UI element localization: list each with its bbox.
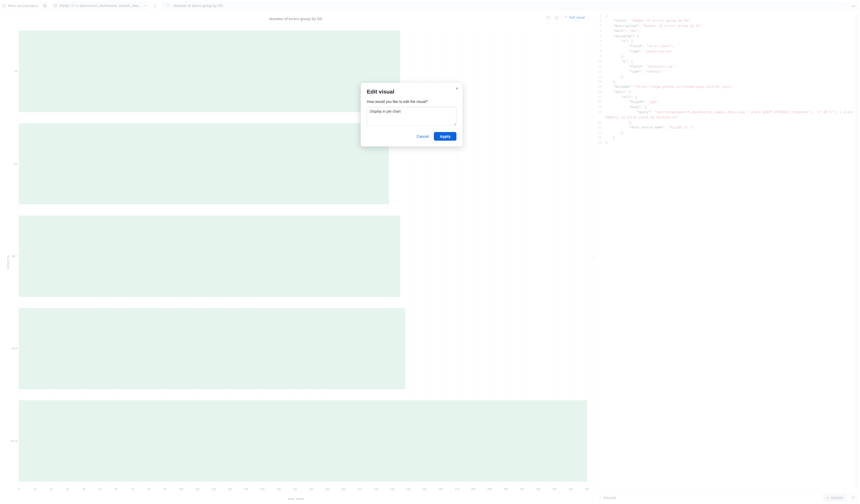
code-text: "encoding": { xyxy=(605,34,859,39)
code-text: { xyxy=(605,14,859,19)
x-tick: 290 xyxy=(487,488,492,491)
code-line: 9 }, xyxy=(593,54,859,59)
svg-point-1 xyxy=(54,4,57,5)
x-tick: 260 xyxy=(439,488,443,491)
code-pane: 1{2 "title": "Number of errors group by … xyxy=(593,12,860,504)
code-text: } xyxy=(605,135,859,140)
bar xyxy=(19,216,400,297)
line-number: 9 xyxy=(593,54,605,59)
cancel-button[interactable]: Cancel xyxy=(415,132,430,140)
x-tick: 30 xyxy=(66,488,69,491)
x-tick: 190 xyxy=(325,488,329,491)
x-tick: 20 xyxy=(50,488,53,491)
refresh-datasource-button[interactable] xyxy=(151,2,159,10)
x-tick: 60 xyxy=(115,488,118,491)
y-tick: win 8 xyxy=(9,347,18,350)
x-tick: 130 xyxy=(228,488,232,491)
modal-question: How would you like to edit the visual? xyxy=(367,100,457,104)
discard-button[interactable]: Discard xyxy=(596,494,618,501)
pane-splitter[interactable]: || xyxy=(593,256,593,260)
line-number: 15 xyxy=(593,85,605,90)
code-line: 22 "data_source_name": "Olly@2.17.1" xyxy=(593,125,859,130)
page-title-text: New visualization xyxy=(8,3,38,8)
code-line: 5 "encoding": { xyxy=(593,34,859,39)
bar xyxy=(19,31,400,112)
line-number: 19 xyxy=(593,105,605,110)
code-line: 12 "type": "nominal" xyxy=(593,69,859,74)
line-number: 21 xyxy=(593,120,605,125)
code-line: 25} xyxy=(593,140,859,145)
update-button[interactable]: Update xyxy=(822,493,847,502)
line-number: 11 xyxy=(593,64,605,69)
close-icon xyxy=(599,496,602,499)
x-tick: 220 xyxy=(374,488,378,491)
modal-close-button[interactable] xyxy=(454,85,460,92)
refresh-code-button[interactable] xyxy=(849,493,857,502)
thumbs-up-button[interactable] xyxy=(546,15,551,20)
code-text: "data": { xyxy=(605,90,859,95)
x-tick: 180 xyxy=(309,488,313,491)
chart-area: machine\.os iososxwin 7win 8win xp 01020… xyxy=(1,24,591,501)
y-tick: win xp xyxy=(9,440,18,443)
y-tick: ios xyxy=(9,70,18,73)
x-axis: 0102030405060708090100110120130140150160… xyxy=(19,488,587,495)
x-tick: 70 xyxy=(131,488,134,491)
chart-title: Number of errors group by OS xyxy=(269,17,322,21)
x-tick: 170 xyxy=(292,488,297,491)
code-line: 20 "query": "source=opensearch_dashboard… xyxy=(593,110,859,120)
x-tick: 80 xyxy=(147,488,150,491)
code-text: }, xyxy=(605,120,859,125)
y-tick: win 7 xyxy=(9,255,18,258)
plot-area xyxy=(19,25,587,487)
x-tick: 350 xyxy=(585,488,589,491)
clock-icon xyxy=(2,4,6,8)
modal-textarea[interactable]: Display in pie chart xyxy=(367,107,457,126)
code-text: "title": "Number of errors group by OS", xyxy=(605,19,859,24)
thumbs-down-button[interactable] xyxy=(554,15,559,20)
database-icon xyxy=(54,4,57,8)
line-number: 18 xyxy=(593,100,605,105)
query-input-wrap[interactable]: Number of errors group by OS xyxy=(161,2,847,10)
code-line: 21 }, xyxy=(593,120,859,125)
gridline xyxy=(587,25,587,487)
minimap[interactable] xyxy=(855,14,859,488)
chevron-down-icon: ▾ xyxy=(145,4,146,7)
edit-visual-modal: Edit visual How would you like to edit t… xyxy=(361,83,463,146)
code-text: }, xyxy=(605,80,859,85)
code-text: "field": "machine\\.os", xyxy=(605,64,859,69)
line-number: 24 xyxy=(593,135,605,140)
code-text: "x": { xyxy=(605,39,859,44)
code-line: 13 } xyxy=(593,75,859,80)
x-tick: 120 xyxy=(212,488,216,491)
x-tick: 0 xyxy=(18,488,20,491)
code-text: "%type%": "ppl", xyxy=(605,100,859,105)
edit-visual-button[interactable]: Edit visual xyxy=(561,14,588,21)
code-line: 11 "field": "machine\\.os", xyxy=(593,64,859,69)
datasource-select[interactable]: Olly@2.17.1::opensearch_dashboards_sampl… xyxy=(51,2,148,10)
edit-visual-label: Edit visual xyxy=(569,16,585,19)
line-number: 2 xyxy=(593,19,605,24)
thumbs-down-icon xyxy=(554,15,558,20)
update-label: Update xyxy=(831,495,843,500)
x-tick: 270 xyxy=(455,488,459,491)
sparkle-icon xyxy=(164,2,172,10)
line-number: 1 xyxy=(593,14,605,19)
y-axis: iososxwin 7win 8win xp xyxy=(9,25,19,487)
code-text: } xyxy=(605,130,859,135)
x-tick: 210 xyxy=(357,488,362,491)
apply-button[interactable]: Apply xyxy=(434,132,457,141)
code-editor[interactable]: 1{2 "title": "Number of errors group by … xyxy=(593,12,860,491)
play-icon xyxy=(826,496,829,499)
code-line: 19 "body": { xyxy=(593,105,859,110)
save-button[interactable] xyxy=(41,2,49,10)
topbar: New visualization Olly@2.17.1::opensearc… xyxy=(0,0,860,12)
x-tick: 230 xyxy=(390,488,395,491)
code-line: 7 "field": "error_count", xyxy=(593,44,859,49)
bar xyxy=(19,308,405,389)
run-query-button[interactable] xyxy=(849,2,858,10)
x-tick: 320 xyxy=(536,488,540,491)
code-line: 14 }, xyxy=(593,80,859,85)
code-line: 4 "mark": "bar", xyxy=(593,29,859,34)
x-tick: 200 xyxy=(341,488,346,491)
datasource-text: Olly@2.17.1::opensearch_dashboards_sampl… xyxy=(59,4,143,8)
